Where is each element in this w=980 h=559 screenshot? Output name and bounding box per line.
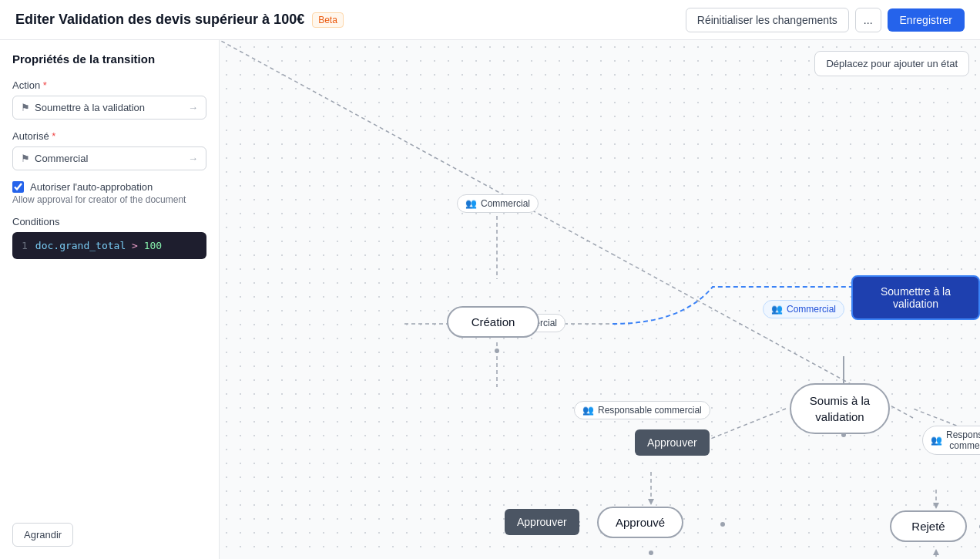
responsable-badge-2: 👥 Responsable commercial [922,426,980,455]
commercial-badge-1: 👥 Commercial [457,194,539,213]
header-right: Réinitialiser les changements ... Enregi… [686,8,965,32]
more-button[interactable]: ... [855,8,881,32]
soumis-node: Soumis à lavalidation [790,383,890,434]
line-number: 1 [22,240,28,251]
action-label: Action * [12,79,206,91]
autorise-field: Autorisé * ⚑ Commercial → [12,130,206,170]
approuver-2-node[interactable]: Approuver [505,509,579,535]
approuve-node: Approuvé [597,507,683,538]
autorise-label: Autorisé * [12,130,206,142]
creation-node: Création [447,306,539,338]
page-title: Editer Validation des devis supérieur à … [15,12,304,28]
svg-marker-22 [933,549,939,555]
commercial-badge-blue: 👥 Commercial [763,300,844,318]
approuver-1-node[interactable]: Approuver [635,429,710,456]
drag-hint: Déplacez pour ajouter un état [814,51,969,76]
soumettre-node[interactable]: Soumettre à la validation [851,275,980,320]
sidebar-title: Propriétés de la transition [12,52,206,66]
code-line: 1 doc.grand_total > 100 [22,240,197,251]
svg-point-19 [649,551,653,555]
conditions-label: Conditions [12,216,206,227]
code-val: 100 [144,240,162,251]
conditions-section: Conditions 1 doc.grand_total > 100 [12,216,206,259]
code-op: > [132,240,144,251]
arrow-right-icon2: → [188,153,198,164]
auto-approve-label: Autoriser l'auto-approbation [30,181,153,193]
save-button[interactable]: Enregistrer [888,8,965,32]
header-left: Editer Validation des devis supérieur à … [15,12,344,28]
responsable-badge-1: 👥 Responsable commercial [574,401,710,419]
header: Editer Validation des devis supérieur à … [0,0,980,40]
auto-approve-desc: Allow approval for creator of the docume… [12,194,206,205]
group-icon: ⚑ [21,153,30,164]
users-icon-4: 👥 [582,405,594,416]
users-icon-1: 👥 [465,198,477,209]
flag-icon: ⚑ [21,102,30,113]
users-icon-5: 👥 [931,435,942,446]
conditions-box: 1 doc.grand_total > 100 [12,232,206,259]
auto-approve-section: Autoriser l'auto-approbation Allow appro… [12,181,206,205]
svg-line-9 [705,409,786,441]
canvas: Déplacez pour ajouter un état [220,40,980,559]
auto-approve-checkbox[interactable] [12,181,24,193]
beta-badge: Beta [312,12,344,28]
checkbox-row: Autoriser l'auto-approbation [12,181,206,193]
sidebar: Propriétés de la transition Action * ⚑ S… [0,40,220,559]
action-field: Action * ⚑ Soumettre à la validation → [12,79,206,120]
dot-approuve [720,522,725,527]
agrandir-button[interactable]: Agrandir [12,523,73,547]
action-select[interactable]: ⚑ Soumettre à la validation → [12,96,206,120]
reset-button[interactable]: Réinitialiser les changements [686,8,849,32]
arrow-right-icon: → [188,102,198,113]
main-layout: Propriétés de la transition Action * ⚑ S… [0,40,980,559]
autorise-select[interactable]: ⚑ Commercial → [12,146,206,170]
svg-line-14 [220,40,913,418]
users-icon-3: 👥 [771,304,783,315]
rejete-node: Rejeté [890,510,967,542]
svg-point-2 [495,349,499,353]
svg-marker-16 [933,503,939,509]
code-var: doc.grand_total [35,240,126,251]
svg-marker-12 [648,499,654,505]
